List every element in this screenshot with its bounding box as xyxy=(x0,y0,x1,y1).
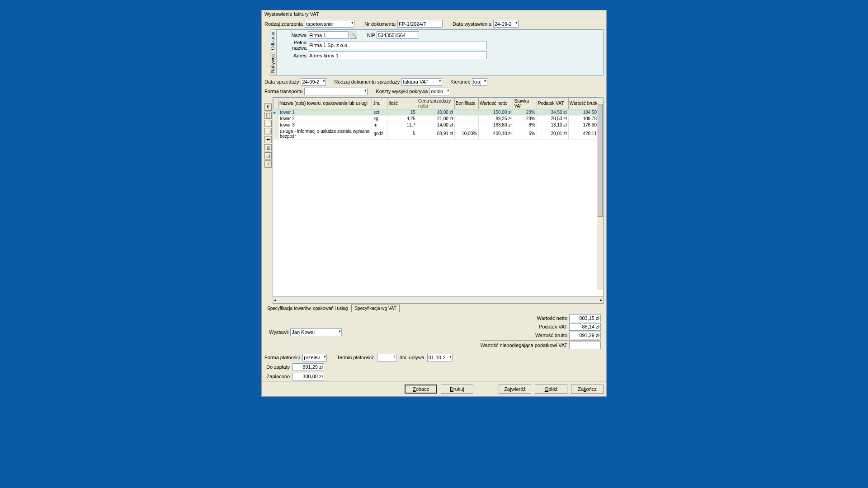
col-qty[interactable]: Ilość xyxy=(387,98,417,109)
nip-label: NIP xyxy=(364,33,375,38)
fullname-input[interactable] xyxy=(308,42,487,49)
payment-form-label: Forma płatności xyxy=(264,355,300,360)
postpone-button[interactable]: Odłóż xyxy=(535,385,567,394)
table-row[interactable]: towar 3 m 11,7 14,00 zł 163,80 zł 8% 13,… xyxy=(274,122,603,128)
event-type-label: Rodzaj zdarzenia xyxy=(264,21,303,27)
table-row[interactable]: ▸ towar 1 szt. 15 10,00 zł 150,00 zł 23%… xyxy=(274,109,603,115)
shipping-cost-label: Koszty wysyłki pokrywa xyxy=(376,89,428,94)
direction-combo[interactable] xyxy=(472,78,487,86)
tool-5-icon[interactable]: ⬅ xyxy=(264,136,272,143)
total-exempt-value xyxy=(569,342,601,349)
name-input[interactable] xyxy=(308,31,349,39)
name-label: Nazwa xyxy=(279,33,307,38)
sale-date-input[interactable] xyxy=(301,78,326,86)
issue-date-input[interactable] xyxy=(493,20,519,28)
issue-date-label: Data wystawienia xyxy=(453,21,491,27)
total-net-label: Wartość netto xyxy=(537,315,567,321)
address-input[interactable] xyxy=(308,52,487,59)
table-row[interactable]: towar 2 kg 4,25 21,00 zł 89,25 zł 23% 20… xyxy=(274,115,603,122)
event-type-combo[interactable] xyxy=(305,20,354,28)
approve-button[interactable]: Zatwierdź xyxy=(499,385,531,394)
scroll-left-icon[interactable]: ◂ xyxy=(274,298,276,302)
transport-label: Forma transportu xyxy=(264,89,302,94)
address-label: Adres xyxy=(279,53,307,58)
issuer-label: Wystawił xyxy=(269,329,288,335)
print-button[interactable]: Drukuj xyxy=(441,385,473,394)
col-net[interactable]: Wartość netto xyxy=(479,98,513,109)
expires-label: upływa xyxy=(409,355,425,360)
sale-doc-type-label: Rodzaj dokumentu sprzedaży xyxy=(334,79,400,84)
side-toolbar: € 📋 📄 📑 ⬅ 🖨 📊 𝑓 xyxy=(264,97,273,304)
tab-spec-items[interactable]: Specyfikacja towarów, opakowań i usług xyxy=(264,305,350,312)
total-gross-label: Wartość brutto xyxy=(535,333,567,338)
col-unit[interactable]: Jm. xyxy=(372,98,387,109)
expires-date-input[interactable] xyxy=(427,354,453,361)
tool-2-icon[interactable]: 📋 xyxy=(264,112,272,119)
shipping-cost-combo[interactable] xyxy=(429,88,450,95)
col-discount[interactable]: Bonifikata xyxy=(454,98,478,109)
scroll-right-icon[interactable]: ▸ xyxy=(600,298,602,302)
table-row[interactable]: usługa - informacj o usłudze została wpi… xyxy=(274,128,603,139)
sale-date-label: Data sprzedaży xyxy=(264,79,299,84)
issuer-combo[interactable] xyxy=(290,328,342,336)
vertical-scrollbar[interactable] xyxy=(597,98,603,290)
fullname-label: Pełna nazwa xyxy=(279,40,307,51)
payment-form-combo[interactable] xyxy=(302,354,327,361)
items-grid[interactable]: Nazwa (opis) towaru, opakowania lub usłu… xyxy=(273,97,604,304)
tab-spec-vat[interactable]: Specyfikacja wg VAT xyxy=(351,305,399,312)
tool-3-icon[interactable]: 📄 xyxy=(264,120,272,127)
total-exempt-label: Wartość niepodlegająca podatkowi VAT xyxy=(481,343,567,348)
close-button[interactable]: Zakończ xyxy=(571,385,604,394)
to-pay-label: Do zapłaty xyxy=(264,364,290,370)
tool-6-icon[interactable]: 🖨 xyxy=(264,144,272,151)
tool-4-icon[interactable]: 📑 xyxy=(264,128,272,135)
payment-term-label: Termin płatności: xyxy=(337,355,374,360)
nip-input[interactable] xyxy=(377,31,419,39)
preview-button[interactable]: Zobacz xyxy=(405,385,437,394)
invoice-window: Wystawienie faktury VAT Rodzaj zdarzenia… xyxy=(261,10,607,397)
paid-input[interactable] xyxy=(292,373,324,380)
tab-odbiorca[interactable]: Odbiorca xyxy=(270,30,276,52)
total-vat-label: Podatek VAT xyxy=(539,324,567,329)
total-net-value xyxy=(569,314,601,322)
col-name[interactable]: Nazwa (opis) towaru, opakowania lub usłu… xyxy=(278,98,372,109)
horizontal-scrollbar[interactable]: ◂ ▸ xyxy=(273,296,603,303)
paid-label: Zapłacono xyxy=(264,374,290,379)
days-label: dni xyxy=(400,355,406,360)
currency-tool-icon[interactable]: € xyxy=(264,103,272,111)
doc-number-input[interactable] xyxy=(397,20,443,28)
col-price[interactable]: Cena sprzedaży netto xyxy=(417,98,454,109)
payment-term-input[interactable] xyxy=(377,354,397,361)
direction-label: Kierunek xyxy=(450,79,470,84)
customer-panel: Odbiorca Nabywca Nazwa 🔍 NIP Pełna nazwa… xyxy=(270,29,604,75)
search-customer-icon[interactable]: 🔍 xyxy=(350,32,357,39)
tool-8-icon[interactable]: 𝑓 xyxy=(264,160,272,168)
sale-doc-type-combo[interactable] xyxy=(401,78,442,86)
tool-7-icon[interactable]: 📊 xyxy=(264,152,272,160)
col-vat-rate[interactable]: Stawka VAT xyxy=(513,98,537,109)
total-vat-value xyxy=(569,323,601,331)
window-title: Wystawienie faktury VAT xyxy=(262,10,606,18)
total-gross-value xyxy=(569,332,601,339)
tab-nabywca[interactable]: Nabywca xyxy=(270,52,276,75)
col-vat-tax[interactable]: Podatek VAT xyxy=(537,98,568,109)
doc-number-label: Nr dokumentu xyxy=(364,21,396,27)
to-pay-input xyxy=(292,363,324,371)
transport-combo[interactable] xyxy=(304,88,368,95)
